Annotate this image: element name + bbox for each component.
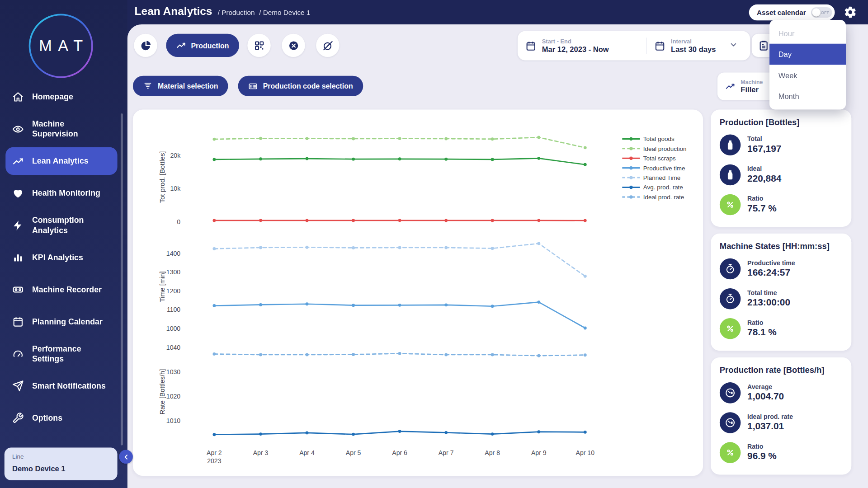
sidebar-item-lean-analytics[interactable]: Lean Analytics	[5, 147, 117, 175]
stat-label: Ratio	[747, 319, 777, 326]
toggle-state-label: OFF	[821, 10, 829, 15]
device-card-label: Line	[12, 453, 110, 460]
sidebar-item-label: Machine Recorder	[32, 284, 102, 294]
stat-value: 166:24:57	[747, 267, 795, 278]
stat-value: 75.7 %	[747, 203, 777, 214]
bars-icon	[12, 252, 24, 263]
qr-grid-icon	[253, 40, 265, 52]
sidebar-item-health-monitoring[interactable]: Health Monitoring	[5, 179, 117, 207]
svg-text:Apr 22023: Apr 22023	[207, 449, 222, 465]
bolt-icon	[12, 220, 24, 231]
gauge-icon	[12, 348, 24, 360]
svg-text:0: 0	[177, 218, 180, 225]
svg-text:20k: 20k	[170, 152, 181, 159]
interval-option-month[interactable]: Month	[769, 86, 846, 107]
stat-label: Average	[747, 384, 784, 390]
svg-text:Apr 6: Apr 6	[392, 449, 407, 456]
breadcrumb-item[interactable]: / Production	[218, 9, 255, 17]
svg-text:1030: 1030	[166, 368, 180, 375]
production-chart: 010k20kTot prod. [Bottles]10001100120013…	[133, 109, 703, 476]
bottle-icon	[720, 164, 741, 186]
page-title: Lean Analytics	[135, 5, 212, 18]
production-tab-button[interactable]: Production	[166, 34, 239, 57]
stat-card-production-bottles: Production [Bottles]Total167,197Ideal220…	[711, 109, 851, 227]
line-chart-icon	[176, 40, 186, 50]
sidebar-scrollbar[interactable]	[121, 113, 123, 446]
sidebar-item-label: Lean Analytics	[32, 156, 89, 166]
sidebar-item-machine-supervision[interactable]: Machine Supervision	[5, 115, 117, 143]
stat-row-total: Total167,197	[720, 130, 843, 160]
asset-calendar-switch[interactable]: OFF	[811, 7, 832, 18]
clipboard-icon	[758, 40, 769, 52]
device-selector-card[interactable]: Line Demo Device 1	[5, 448, 118, 480]
ratemeter-icon	[720, 412, 741, 433]
sidebar-item-label: Health Monitoring	[32, 188, 100, 198]
stat-card-title: Production rate [Bottles/h]	[720, 365, 843, 375]
stat-label: Ratio	[747, 195, 777, 202]
stat-row-average: Average1,004.70	[720, 378, 843, 408]
chevron-down-icon	[729, 40, 738, 51]
interval-option-hour[interactable]: Hour	[769, 23, 846, 44]
stat-card-title: Machine States [HH:mm:ss]	[720, 241, 843, 251]
interval-dropdown: HourDayWeekMonth	[769, 20, 846, 109]
material-selection-button[interactable]: Material selection	[133, 76, 228, 96]
sidebar-item-label: Options	[32, 413, 62, 422]
sidebar-item-smart-notifications[interactable]: Smart Notifications	[5, 372, 117, 399]
send-icon	[12, 380, 24, 392]
stat-row-ideal-prod-rate: Ideal prod. rate1,037.01	[720, 408, 843, 437]
ratio-icon	[720, 442, 741, 463]
exclude-downtime-button[interactable]	[316, 34, 339, 57]
sidebar-item-options[interactable]: Options	[5, 404, 117, 432]
svg-text:1000: 1000	[166, 325, 180, 332]
interval-picker[interactable]: Interval Last 30 days	[646, 38, 745, 54]
svg-text:Apr 9: Apr 9	[531, 449, 547, 456]
eye-icon	[12, 123, 24, 135]
stat-label: Ideal prod. rate	[747, 413, 793, 420]
home-icon	[12, 91, 24, 103]
stat-card-production-rate-bottles-h: Production rate [Bottles/h]Average1,004.…	[711, 357, 851, 475]
stat-row-ratio: Ratio96.9 %	[720, 438, 843, 468]
sidebar-item-consumption-analytics[interactable]: Consumption Analytics	[5, 211, 117, 239]
stat-label: Ideal	[747, 165, 781, 172]
sidebar-item-label: KPI Analytics	[32, 252, 83, 262]
sidebar-item-machine-recorder[interactable]: Machine Recorder	[5, 276, 117, 303]
line-chart-icon	[725, 81, 735, 91]
sidebar-menu: HomepageMachine SupervisionLean Analytic…	[5, 83, 117, 432]
svg-text:Avg. prod. rate: Avg. prod. rate	[643, 184, 683, 191]
qr-grid-view-button[interactable]	[247, 34, 270, 57]
asset-calendar-toggle-pill[interactable]: Asset calendar OFF	[749, 5, 835, 21]
stat-value: 1,004.70	[747, 391, 784, 402]
date-range-picker[interactable]: Start - End Mar 12, 2023 - Now	[518, 38, 646, 54]
sidebar-item-label: Performance Settings	[32, 343, 108, 363]
chevron-left-icon	[122, 453, 130, 460]
pie-chart-view-button[interactable]	[134, 34, 157, 57]
svg-text:Productive time: Productive time	[643, 165, 685, 172]
breadcrumb-item[interactable]: / Demo Device 1	[259, 9, 310, 17]
svg-text:Apr 7: Apr 7	[439, 449, 454, 456]
sidebar-collapse-button[interactable]	[119, 450, 133, 464]
sidebar-item-homepage[interactable]: Homepage	[5, 83, 117, 111]
interval-option-week[interactable]: Week	[769, 65, 846, 86]
interval-option-day[interactable]: Day	[769, 44, 846, 65]
mat-logo: MAT	[29, 14, 93, 78]
settings-gear-icon[interactable]	[844, 5, 858, 20]
stat-row-productive-time: Productive time166:24:57	[720, 254, 843, 284]
sidebar-item-performance-settings[interactable]: Performance Settings	[5, 340, 117, 367]
svg-text:1400: 1400	[166, 250, 180, 257]
stat-value: 220,884	[747, 173, 781, 184]
stat-value: 213:00:00	[747, 297, 790, 308]
calendar-icon	[12, 316, 24, 328]
sidebar-item-kpi-analytics[interactable]: KPI Analytics	[5, 244, 117, 271]
trend-icon	[12, 155, 24, 167]
device-card-value: Demo Device 1	[12, 465, 110, 473]
sidebar-item-planning-calendar[interactable]: Planning Calendar	[5, 308, 117, 335]
production-code-selection-button[interactable]: Production code selection	[238, 76, 363, 96]
svg-text:Apr 4: Apr 4	[299, 449, 315, 456]
clear-filter-button[interactable]	[282, 34, 305, 57]
svg-text:Planned Time: Planned Time	[643, 174, 680, 181]
stat-value: 1,037.01	[747, 421, 793, 432]
svg-text:Apr 3: Apr 3	[253, 449, 269, 456]
asset-calendar-label: Asset calendar	[757, 9, 806, 16]
wrench-icon	[12, 412, 24, 424]
stat-row-ideal: Ideal220,884	[720, 160, 843, 190]
